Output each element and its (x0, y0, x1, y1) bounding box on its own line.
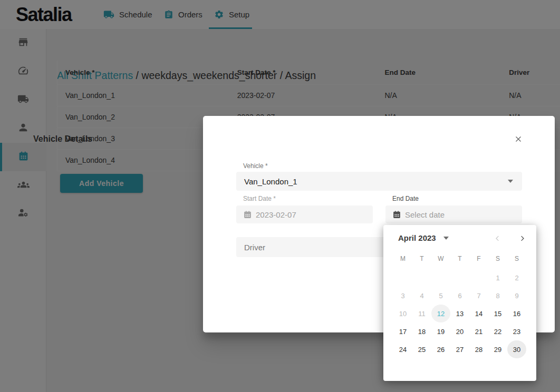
day-cell: 11 (412, 305, 431, 322)
chevron-down-icon (443, 237, 449, 240)
day-cell[interactable]: 30 (507, 340, 526, 358)
calendar-icon (392, 210, 401, 219)
driver-placeholder: Driver (236, 243, 265, 252)
weekday-label: F (469, 255, 488, 262)
day-cell: 7 (469, 287, 488, 305)
day-cell (469, 269, 488, 287)
day-cell[interactable]: 29 (488, 340, 507, 358)
day-cell[interactable]: 27 (450, 340, 469, 358)
day-cell[interactable]: 15 (488, 305, 507, 322)
day-cell[interactable]: 22 (488, 322, 507, 340)
calendar-grid: 1 2 3 4 5 6 7 8 9 10 11 12 13 14 15 16 1… (393, 269, 526, 358)
day-cell[interactable]: 28 (469, 340, 488, 358)
day-cell[interactable]: 20 (450, 322, 469, 340)
weekday-label: T (412, 255, 431, 262)
day-cell[interactable]: 14 (469, 305, 488, 322)
weekday-label: S (507, 255, 526, 262)
day-cell[interactable]: 23 (507, 322, 526, 340)
day-cell: 3 (393, 287, 412, 305)
chevron-down-icon (508, 180, 513, 183)
end-date-field-label: End Date (392, 195, 419, 202)
day-cell[interactable]: 16 (507, 305, 526, 322)
modal-title: Vehicle Details (33, 134, 92, 144)
vehicle-select-value: Van_London_1 (236, 177, 297, 186)
day-cell: 4 (412, 287, 431, 305)
next-month-button[interactable] (516, 232, 528, 244)
day-cell (431, 269, 450, 287)
month-year-label: April 2023 (398, 233, 436, 242)
start-date-field-label: Start Date * (243, 195, 276, 202)
weekday-label: W (431, 255, 450, 262)
day-cell: 5 (431, 287, 450, 305)
weekday-label: M (393, 255, 412, 262)
day-cell[interactable]: 26 (431, 340, 450, 358)
previous-month-button (491, 232, 503, 244)
start-date-value: 2023-02-07 (252, 210, 296, 219)
calendar-icon (243, 210, 252, 219)
vehicle-field-label: Vehicle * (243, 162, 268, 170)
day-cell (412, 269, 431, 287)
end-date-input[interactable]: Select date (385, 205, 522, 223)
day-cell: 6 (450, 287, 469, 305)
day-cell[interactable]: 13 (450, 305, 469, 322)
day-cell[interactable]: 19 (431, 322, 450, 340)
day-cell[interactable]: 18 (412, 322, 431, 340)
day-cell (393, 269, 412, 287)
day-cell: 10 (393, 305, 412, 322)
close-icon[interactable] (513, 134, 524, 144)
start-date-input: 2023-02-07 (236, 205, 373, 223)
date-picker-popup: April 2023 M T W T F S S 1 2 3 4 5 6 7 8… (383, 225, 536, 381)
weekday-label: S (488, 255, 507, 262)
day-cell[interactable]: 25 (412, 340, 431, 358)
day-cell: 9 (507, 287, 526, 305)
weekday-label: T (450, 255, 469, 262)
day-cell[interactable]: 12 (431, 305, 450, 322)
day-cell: 2 (507, 269, 526, 287)
weekday-header-row: M T W T F S S (393, 255, 526, 262)
end-date-placeholder: Select date (401, 210, 445, 219)
day-cell[interactable]: 17 (393, 322, 412, 340)
day-cell: 1 (488, 269, 507, 287)
day-cell[interactable]: 24 (393, 340, 412, 358)
month-year-selector[interactable]: April 2023 (398, 233, 449, 242)
vehicle-select[interactable]: Van_London_1 (236, 172, 522, 191)
day-cell: 8 (488, 287, 507, 305)
day-cell (450, 269, 469, 287)
day-cell[interactable]: 21 (469, 322, 488, 340)
